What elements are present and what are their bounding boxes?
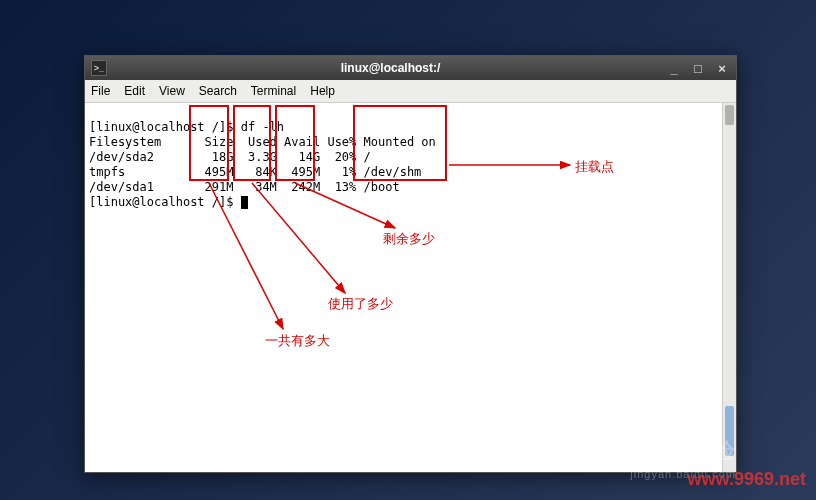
close-button[interactable]: × [714, 60, 730, 76]
terminal-area[interactable]: [linux@localhost /]$ df -lh Filesystem S… [85, 103, 736, 472]
terminal-app-icon: >_ [91, 60, 107, 76]
titlebar[interactable]: >_ linux@localhost:/ _ □ × [85, 56, 736, 80]
watermark-baidu-du: du [654, 438, 683, 463]
watermark-baidu-bai: Bai [617, 438, 654, 463]
menu-view[interactable]: View [159, 84, 185, 98]
prompt-line-1: [linux@localhost /]$ df -lh [89, 120, 284, 134]
menu-edit[interactable]: Edit [124, 84, 145, 98]
df-row-2: tmpfs 495M 84K 495M 1% /dev/shm [89, 165, 421, 179]
df-row-3: /dev/sda1 291M 34M 242M 13% /boot [89, 180, 400, 194]
maximize-button[interactable]: □ [690, 60, 706, 76]
menu-help[interactable]: Help [310, 84, 335, 98]
annotation-label-mount: 挂载点 [575, 159, 614, 174]
df-header: Filesystem Size Used Avail Use% Mounted … [89, 135, 436, 149]
window-title: linux@localhost:/ [115, 61, 666, 75]
annotation-label-avail: 剩余多少 [383, 231, 435, 246]
menu-search[interactable]: Search [199, 84, 237, 98]
annotation-label-size: 一共有多大 [265, 333, 330, 348]
scrollbar-thumb-top[interactable] [725, 105, 734, 125]
watermark-baidu-cn: 经验 [690, 438, 736, 463]
scrollbar[interactable] [722, 103, 736, 472]
annotation-label-used: 使用了多少 [328, 296, 393, 311]
menubar: File Edit View Search Terminal Help [85, 80, 736, 103]
watermark-9969: www.9969.net [688, 469, 806, 490]
df-row-1: /dev/sda2 18G 3.3G 14G 20% / [89, 150, 371, 164]
svg-line-2 [252, 183, 345, 293]
menu-file[interactable]: File [91, 84, 110, 98]
window-controls: _ □ × [666, 60, 730, 76]
terminal-window: >_ linux@localhost:/ _ □ × File Edit Vie… [84, 55, 737, 473]
menu-terminal[interactable]: Terminal [251, 84, 296, 98]
prompt-line-2: [linux@localhost /]$ [89, 195, 241, 209]
cursor-icon [241, 196, 248, 209]
minimize-button[interactable]: _ [666, 60, 682, 76]
